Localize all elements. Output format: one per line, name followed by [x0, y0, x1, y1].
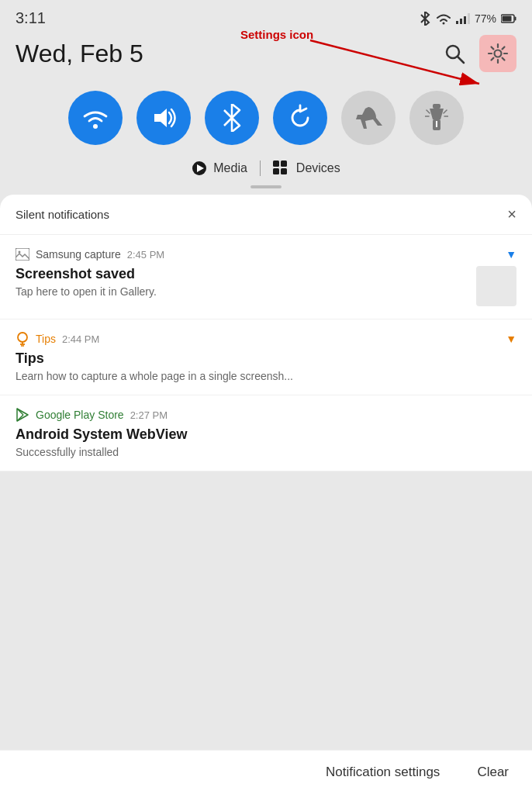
samsung-capture-content: Screenshot saved Tap here to open it in …: [16, 266, 516, 306]
svg-line-18: [427, 110, 430, 113]
svg-point-12: [93, 124, 98, 129]
battery-icon: [501, 13, 516, 24]
status-time: 3:11: [16, 9, 46, 27]
status-bar: 3:11 77%: [0, 0, 532, 32]
svg-line-8: [458, 57, 464, 63]
svg-rect-3: [468, 13, 470, 24]
notif-app-left-gplay: Google Play Store 2:27 PM: [16, 408, 168, 422]
status-icons: 77%: [419, 12, 516, 26]
media-label: Media: [213, 161, 247, 175]
media-button[interactable]: Media: [192, 161, 247, 176]
svg-rect-25: [281, 161, 287, 167]
settings-button[interactable]: [479, 35, 516, 72]
play-store-icon: [16, 408, 29, 422]
notif-app-left-tips: Tips 2:44 PM: [16, 332, 99, 346]
notif-app-row-samsung: Samsung capture 2:45 PM ▼: [16, 247, 516, 261]
svg-rect-24: [273, 161, 279, 167]
footer: Notification settings Clear: [0, 750, 532, 794]
gplay-text: Android System WebView Successfully inst…: [16, 426, 516, 458]
wifi-toggle[interactable]: [68, 91, 123, 145]
tips-time: 2:44 PM: [62, 333, 99, 345]
clear-button[interactable]: Clear: [477, 765, 509, 780]
sound-toggle[interactable]: [136, 91, 191, 145]
tips-text: Tips Learn how to capture a whole page i…: [16, 350, 516, 382]
wifi-toggle-icon: [81, 106, 109, 129]
svg-line-19: [444, 110, 447, 113]
header-date: Wed, Feb 5: [16, 40, 143, 68]
gplay-title: Android System WebView: [16, 426, 516, 443]
notification-tips[interactable]: Tips 2:44 PM ▼ Tips Learn how to capture…: [0, 319, 532, 395]
svg-rect-26: [273, 168, 279, 174]
svg-rect-27: [281, 168, 287, 174]
silent-label: Silent notifications: [16, 208, 109, 221]
svg-rect-6: [503, 16, 512, 21]
quick-toggles: [0, 85, 532, 157]
sync-toggle[interactable]: [273, 91, 327, 145]
devices-icon: [273, 161, 290, 176]
notifications-panel: Silent notifications × Samsung capture 2…: [0, 195, 532, 471]
media-divider: [260, 161, 261, 176]
notification-settings-button[interactable]: Notification settings: [326, 765, 440, 780]
notif-app-row-tips: Tips 2:44 PM ▼: [16, 332, 516, 346]
wifi-status-icon: [436, 12, 451, 25]
flashlight-toggle-icon: [425, 104, 448, 132]
airplane-toggle[interactable]: [341, 91, 396, 145]
tips-body: Learn how to capture a whole page in a s…: [16, 370, 516, 382]
tips-app-name: Tips: [36, 333, 56, 345]
bluetooth-toggle-icon: [220, 104, 244, 132]
svg-marker-15: [430, 109, 444, 119]
samsung-capture-icon: [16, 247, 29, 261]
media-devices-row: Media Devices: [0, 157, 532, 185]
notif-app-row-gplay: Google Play Store 2:27 PM: [16, 408, 516, 422]
gplay-body: Successfully installed: [16, 446, 516, 458]
svg-rect-5: [515, 16, 516, 20]
bulb-icon: [16, 331, 29, 347]
svg-point-30: [18, 333, 27, 342]
google-play-icon: [16, 408, 29, 422]
samsung-capture-text: Screenshot saved Tap here to open it in …: [16, 266, 467, 298]
svg-rect-1: [460, 19, 462, 24]
svg-rect-14: [433, 104, 440, 109]
samsung-capture-title: Screenshot saved: [16, 266, 467, 282]
samsung-capture-body: Tap here to open it in Gallery.: [16, 285, 467, 298]
samsung-capture-thumbnail: [476, 266, 516, 306]
settings-gear-icon: [487, 43, 509, 64]
svg-rect-0: [456, 21, 458, 24]
header-actions: [439, 35, 516, 72]
svg-marker-13: [154, 109, 167, 127]
notification-google-play[interactable]: Google Play Store 2:27 PM Android System…: [0, 395, 532, 471]
google-play-app-name: Google Play Store: [36, 409, 124, 421]
devices-label: Devices: [296, 161, 340, 175]
notification-samsung-capture[interactable]: Samsung capture 2:45 PM ▼ Screenshot sav…: [0, 235, 532, 319]
drag-handle: [0, 185, 532, 195]
samsung-capture-time: 2:45 PM: [127, 249, 164, 261]
sync-toggle-icon: [286, 104, 314, 132]
flashlight-toggle[interactable]: [409, 91, 464, 145]
drag-handle-bar: [250, 185, 282, 188]
notif-app-left-samsung: Samsung capture 2:45 PM: [16, 247, 164, 261]
airplane-toggle-icon: [354, 104, 382, 132]
svg-rect-2: [464, 16, 466, 24]
search-button[interactable]: [439, 38, 470, 69]
svg-point-9: [495, 50, 502, 57]
tips-chevron: ▼: [506, 333, 516, 345]
bluetooth-toggle[interactable]: [205, 91, 259, 145]
signal-status-icon: [456, 13, 470, 24]
svg-rect-28: [16, 248, 29, 261]
bluetooth-status-icon: [419, 12, 431, 26]
sound-toggle-icon: [150, 105, 178, 131]
tips-icon: [16, 332, 29, 346]
devices-button[interactable]: Devices: [273, 161, 340, 176]
battery-percent: 77%: [475, 12, 496, 25]
tips-title: Tips: [16, 350, 516, 367]
silent-notifications-header: Silent notifications ×: [0, 195, 532, 235]
samsung-capture-chevron: ▼: [506, 248, 516, 261]
image-icon: [16, 248, 29, 261]
media-play-icon: [192, 161, 207, 176]
search-icon: [444, 43, 465, 64]
header-row: Wed, Feb 5: [0, 32, 532, 85]
google-play-time: 2:27 PM: [130, 409, 168, 421]
silent-close-button[interactable]: ×: [507, 205, 516, 223]
samsung-capture-app-name: Samsung capture: [36, 248, 121, 261]
